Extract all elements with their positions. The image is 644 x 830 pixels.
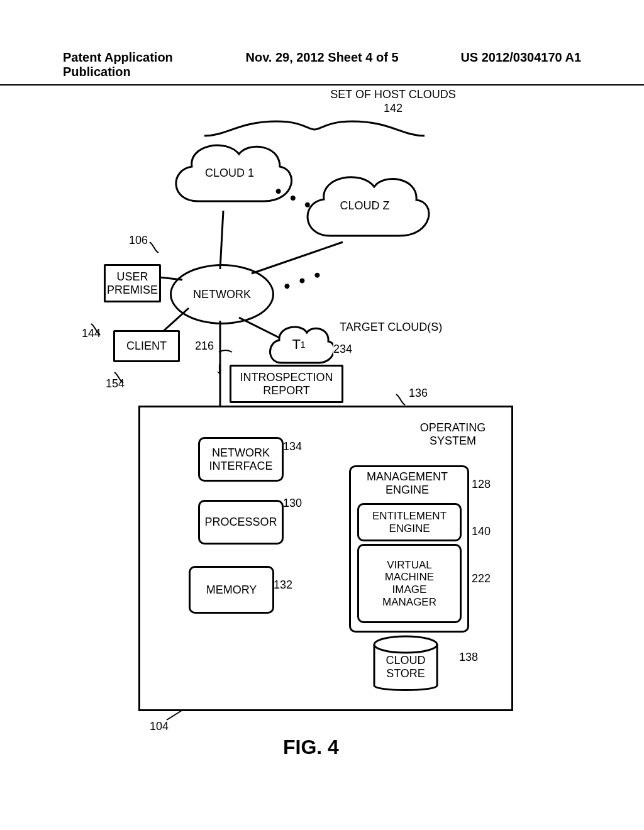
user-premise: USER PREMISE <box>104 264 161 302</box>
network-node: NETWORK <box>170 264 274 324</box>
figure-title: FIG. 4 <box>283 736 339 759</box>
ellipsis-network: • • • <box>280 264 326 297</box>
ref-136: 136 <box>409 387 428 400</box>
cloud-store: CLOUD STORE <box>368 635 443 695</box>
ref-154: 154 <box>106 377 125 390</box>
ref-106: 106 <box>129 234 148 247</box>
ref-130: 130 <box>283 497 302 510</box>
t1-label: T <box>292 336 300 353</box>
cloud-z-label: CLOUD Z <box>296 163 434 248</box>
svg-point-12 <box>374 636 437 653</box>
ref-216: 216 <box>195 340 214 353</box>
ref-128: 128 <box>472 478 491 491</box>
vm-image-manager: VIRTUAL MACHINE IMAGE MANAGER <box>357 544 462 623</box>
figure-4: SET OF HOST CLOUDS 142 CLOUD 1 CLOUD Z •… <box>57 88 579 792</box>
ref-140: 140 <box>472 525 491 538</box>
header-center: Nov. 29, 2012 Sheet 4 of 5 <box>236 50 409 79</box>
introspection-report: INTROSPECTION REPORT <box>230 365 343 403</box>
ref-134: 134 <box>283 440 302 453</box>
ref-132: 132 <box>274 578 292 592</box>
processor: PROCESSOR <box>198 500 284 545</box>
target-cloud-t1: T1 <box>264 318 333 371</box>
cloud-store-label: CLOUD STORE <box>368 654 443 680</box>
arrow-down-icon: ↓ <box>215 358 223 378</box>
cloud-z: CLOUD Z <box>296 163 434 248</box>
memory: MEMORY <box>189 566 274 614</box>
entitlement-engine: ENTITLEMENT ENGINE <box>357 503 462 541</box>
management-engine-label: MANAGEMENT ENGINE <box>349 470 465 496</box>
ref-104: 104 <box>150 720 169 733</box>
ref-222: 222 <box>472 572 491 585</box>
t1-sub: 1 <box>301 340 306 350</box>
svg-line-0 <box>220 211 223 269</box>
client: CLIENT <box>113 330 180 362</box>
operating-system-label: OPERATING SYSTEM <box>409 421 497 447</box>
host-clouds-title: SET OF HOST CLOUDS <box>318 88 469 101</box>
host-clouds-num: 142 <box>318 102 469 115</box>
header-left: Patent Application Publication <box>63 50 236 79</box>
ref-138: 138 <box>459 651 478 664</box>
ref-234: 234 <box>333 343 352 356</box>
network-label: NETWORK <box>193 288 251 301</box>
header-right: US 2012/0304170 A1 <box>408 50 581 79</box>
network-interface: NETWORK INTERFACE <box>198 437 284 482</box>
target-clouds-label: TARGET CLOUD(S) <box>340 321 442 334</box>
ref-144: 144 <box>82 327 101 340</box>
